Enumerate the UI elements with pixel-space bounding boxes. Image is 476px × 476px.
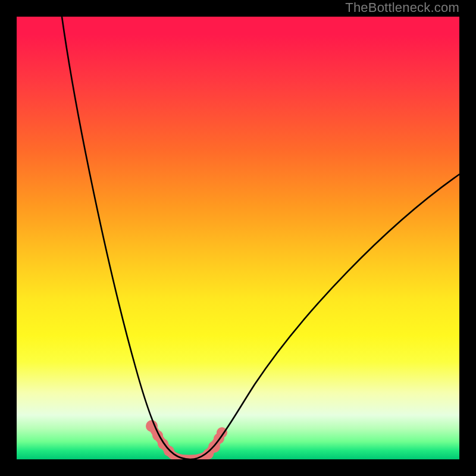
attribution-text: TheBottleneck.com bbox=[345, 0, 459, 15]
highlight-dot bbox=[164, 446, 174, 456]
bottleneck-highlight bbox=[146, 420, 227, 459]
bottleneck-curve bbox=[62, 17, 459, 459]
chart-frame: TheBottleneck.com bbox=[0, 0, 476, 476]
chart-svg bbox=[17, 17, 459, 459]
chart-plot-area bbox=[17, 17, 459, 459]
